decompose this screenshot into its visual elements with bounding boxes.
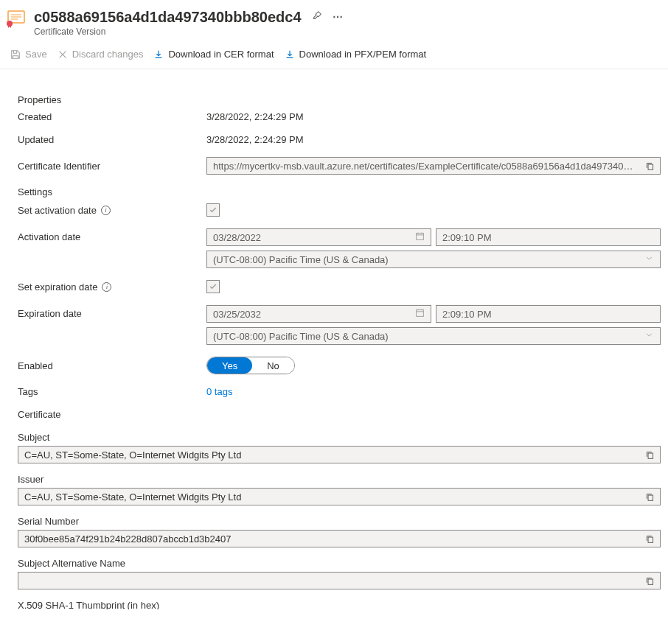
- tags-link[interactable]: 0 tags: [206, 386, 232, 397]
- pin-icon[interactable]: [312, 7, 322, 27]
- toggle-no[interactable]: No: [252, 357, 294, 374]
- download-cer-button[interactable]: Download in CER format: [153, 47, 274, 61]
- toolbar: Save Discard changes Download in CER for…: [0, 41, 668, 69]
- page-title: c0588a69156a4d1da497340bbb80edc4: [34, 7, 302, 27]
- copy-icon[interactable]: [639, 158, 660, 174]
- copy-icon[interactable]: [639, 531, 660, 547]
- toggle-yes[interactable]: Yes: [207, 357, 252, 374]
- serial-field: 30f0bee85a74f291b24b228d807abccb1d3b2407: [18, 530, 661, 547]
- cert-id-label: Certificate Identifier: [18, 161, 206, 172]
- san-label: Subject Alternative Name: [18, 558, 662, 569]
- created-value: 3/28/2022, 2:24:29 PM: [206, 111, 661, 122]
- sha1-label: X.509 SHA-1 Thumbprint (in hex): [18, 600, 662, 609]
- tags-label: Tags: [18, 386, 206, 397]
- section-properties: Properties: [18, 94, 662, 105]
- svg-rect-6: [417, 233, 424, 239]
- subject-label: Subject: [18, 432, 662, 443]
- activation-timezone-select[interactable]: (UTC-08:00) Pacific Time (US & Canada): [206, 251, 661, 268]
- calendar-icon: [415, 308, 425, 320]
- chevron-down-icon: [644, 330, 654, 342]
- subject-value: C=AU, ST=Some-State, O=Internet Widgits …: [18, 449, 639, 461]
- updated-value: 3/28/2022, 2:24:29 PM: [206, 134, 661, 145]
- enabled-label: Enabled: [18, 360, 206, 371]
- serial-value: 30f0bee85a74f291b24b228d807abccb1d3b2407: [18, 533, 639, 545]
- svg-rect-11: [648, 579, 653, 584]
- svg-rect-5: [648, 164, 653, 169]
- set-expiration-checkbox[interactable]: [206, 280, 220, 293]
- svg-rect-10: [648, 537, 653, 542]
- updated-label: Updated: [18, 134, 206, 145]
- created-label: Created: [18, 111, 206, 122]
- save-button: Save: [10, 47, 47, 61]
- page-subtitle: Certificate Version: [34, 27, 662, 37]
- set-activation-label: Set activation date: [18, 205, 97, 216]
- issuer-label: Issuer: [18, 474, 662, 485]
- close-icon: [58, 49, 68, 60]
- chevron-down-icon: [644, 253, 654, 265]
- info-icon[interactable]: i: [101, 206, 111, 215]
- calendar-icon: [415, 231, 425, 243]
- section-certificate: Certificate: [18, 409, 662, 420]
- san-field: [18, 572, 661, 589]
- discard-button: Discard changes: [58, 47, 144, 61]
- activation-date-input[interactable]: 03/28/2022: [206, 228, 431, 246]
- more-icon[interactable]: ⋯: [333, 7, 343, 27]
- copy-icon[interactable]: [639, 447, 660, 463]
- activation-time-input[interactable]: 2:09:10 PM: [436, 228, 661, 246]
- svg-rect-7: [417, 309, 424, 316]
- set-expiration-label: Set expiration date: [18, 281, 97, 293]
- expiration-time-input[interactable]: 2:09:10 PM: [436, 305, 661, 323]
- svg-rect-9: [648, 495, 653, 500]
- section-settings: Settings: [18, 186, 662, 197]
- info-icon[interactable]: i: [102, 282, 111, 292]
- copy-icon[interactable]: [639, 573, 660, 589]
- enabled-toggle[interactable]: Yes No: [206, 357, 295, 374]
- set-activation-checkbox[interactable]: [206, 203, 220, 217]
- issuer-field: C=AU, ST=Some-State, O=Internet Widgits …: [18, 488, 661, 505]
- certificate-icon: [6, 7, 27, 28]
- cert-id-field: https://mycertkv-msb.vault.azure.net/cer…: [206, 157, 661, 175]
- serial-label: Serial Number: [18, 516, 662, 527]
- copy-icon[interactable]: [639, 489, 660, 505]
- expiration-date-input[interactable]: 03/25/2032: [206, 305, 431, 323]
- svg-rect-8: [648, 453, 653, 458]
- issuer-value: C=AU, ST=Some-State, O=Internet Widgits …: [18, 491, 639, 503]
- expiration-timezone-select[interactable]: (UTC-08:00) Pacific Time (US & Canada): [206, 327, 661, 345]
- subject-field: C=AU, ST=Some-State, O=Internet Widgits …: [18, 446, 661, 463]
- activation-date-label: Activation date: [18, 228, 206, 242]
- download-icon: [153, 49, 164, 60]
- download-pfx-button[interactable]: Download in PFX/PEM format: [285, 47, 427, 61]
- expiration-date-label: Expiration date: [18, 305, 206, 319]
- save-icon: [10, 49, 21, 60]
- download-icon: [285, 49, 295, 60]
- cert-id-value: https://mycertkv-msb.vault.azure.net/cer…: [207, 161, 639, 172]
